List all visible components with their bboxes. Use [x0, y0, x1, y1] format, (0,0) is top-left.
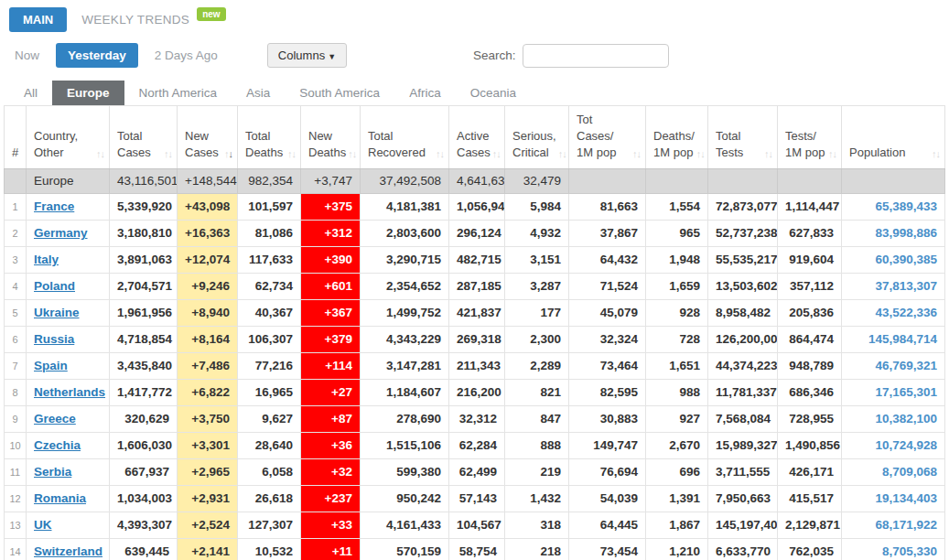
- country-link[interactable]: Czechia: [34, 438, 81, 452]
- country-link[interactable]: France: [34, 199, 74, 213]
- tab-north-america[interactable]: North America: [124, 81, 232, 105]
- cell-rank: 3: [5, 246, 27, 273]
- cell-total-deaths: 101,597: [238, 193, 301, 220]
- cell-tests-per-1m: [778, 168, 842, 193]
- column-header[interactable]: Serious, Critical↑↓: [505, 106, 569, 169]
- country-link[interactable]: Netherlands: [34, 385, 105, 399]
- cell-country: Romania: [27, 485, 110, 512]
- column-header-label: New Cases: [185, 128, 219, 161]
- cell-population[interactable]: 68,171,922: [842, 512, 945, 538]
- cell-rank: 2: [5, 220, 27, 246]
- cell-country: Poland: [27, 273, 110, 299]
- cell-total-cases: 5,339,920: [110, 193, 178, 220]
- cell-rank: 12: [5, 485, 27, 512]
- cell-serious-critical: 821: [505, 379, 569, 405]
- country-link[interactable]: Spain: [34, 359, 68, 372]
- column-header[interactable]: New Cases↑↓: [178, 106, 238, 169]
- cell-total-deaths: 40,367: [238, 299, 301, 326]
- cell-population[interactable]: 145,984,714: [842, 326, 945, 352]
- column-header[interactable]: Active Cases↑↓: [449, 106, 505, 169]
- cell-population[interactable]: 10,382,100: [842, 405, 945, 432]
- country-link[interactable]: Greece: [34, 412, 76, 425]
- table-row: 5Ukraine1,961,956+8,94040,367+3671,499,7…: [5, 299, 945, 326]
- weekly-trends-tab[interactable]: WEEKLY TRENDS: [81, 13, 189, 27]
- country-link[interactable]: Romania: [34, 491, 86, 505]
- cell-population[interactable]: 8,709,068: [842, 458, 945, 485]
- cell-tests-per-1m: 762,035: [778, 538, 842, 560]
- country-link[interactable]: Germany: [34, 226, 88, 240]
- sort-icon: ↑↓: [762, 147, 772, 161]
- column-header[interactable]: Tot Cases/ 1M pop↑↓: [569, 106, 646, 169]
- country-link[interactable]: UK: [34, 518, 52, 532]
- cell-total-tests: 3,711,555: [708, 458, 778, 485]
- columns-dropdown-button[interactable]: Columns▼: [267, 43, 347, 68]
- cell-total-tests: 126,200,000: [708, 326, 778, 352]
- sort-icon: ↑↓: [434, 147, 444, 161]
- column-header[interactable]: Deaths/ 1M pop↑↓: [646, 106, 708, 169]
- table-row: 7Spain3,435,840+7,48677,216+1143,147,281…: [5, 352, 945, 379]
- country-link[interactable]: Switzerland: [34, 544, 102, 558]
- tab-oceania[interactable]: Oceania: [456, 81, 531, 105]
- main-tab-button[interactable]: MAIN: [9, 7, 67, 32]
- table-row: 10Czechia1,606,030+3,30128,640+361,515,1…: [5, 432, 945, 458]
- two-days-ago-button[interactable]: 2 Days Ago: [149, 43, 223, 68]
- country-link[interactable]: Russia: [34, 332, 74, 346]
- cell-population[interactable]: 19,134,403: [842, 485, 945, 512]
- column-header[interactable]: Population↑↓: [842, 106, 945, 169]
- cell-population[interactable]: 10,724,928: [842, 432, 945, 458]
- cell-deaths-per-1m: 1,554: [646, 193, 708, 220]
- cell-new-cases: +6,822: [178, 379, 238, 405]
- cell-country: Italy: [27, 246, 110, 273]
- sort-icon: ↑↓: [222, 147, 232, 161]
- cell-cases-per-1m: 149,747: [569, 432, 646, 458]
- cell-cases-per-1m: 73,454: [569, 538, 646, 560]
- cell-total-tests: 55,535,217: [708, 246, 778, 273]
- cell-active-cases: 296,124: [449, 220, 505, 246]
- cell-population: [842, 168, 945, 193]
- country-link[interactable]: Poland: [34, 279, 75, 293]
- cell-population[interactable]: 60,390,385: [842, 246, 945, 273]
- tab-europe[interactable]: Europe: [52, 81, 124, 105]
- now-button[interactable]: Now: [9, 43, 45, 68]
- cell-rank: 14: [5, 538, 27, 560]
- cell-population[interactable]: 65,389,433: [842, 193, 945, 220]
- cell-rank: 10: [5, 432, 27, 458]
- sort-icon: ↑↓: [286, 147, 296, 161]
- tab-all[interactable]: All: [9, 81, 52, 105]
- yesterday-button[interactable]: Yesterday: [56, 43, 138, 68]
- tab-asia[interactable]: Asia: [232, 81, 285, 105]
- column-header[interactable]: New Deaths↑↓: [301, 106, 361, 169]
- search-input[interactable]: [523, 44, 669, 68]
- cell-total-deaths: 982,354: [238, 168, 301, 193]
- search-group: Search:: [473, 44, 669, 68]
- column-header[interactable]: Tests/ 1M pop↑↓: [778, 106, 842, 169]
- tab-africa[interactable]: Africa: [394, 81, 456, 105]
- cell-population[interactable]: 37,813,307: [842, 273, 945, 299]
- cell-total-tests: 6,633,770: [708, 538, 778, 560]
- column-header[interactable]: Total Cases↑↓: [110, 106, 178, 169]
- continent-totals-row: Europe43,116,501+148,544982,354+3,74737,…: [5, 168, 945, 193]
- caret-down-icon: ▼: [328, 52, 336, 61]
- cell-total-deaths: 62,734: [238, 273, 301, 299]
- country-link[interactable]: Serbia: [34, 465, 71, 479]
- cell-deaths-per-1m: 1,391: [646, 485, 708, 512]
- cell-population[interactable]: 8,705,330: [842, 538, 945, 560]
- country-link[interactable]: Italy: [34, 253, 59, 266]
- tab-south-america[interactable]: South America: [285, 81, 394, 105]
- cell-serious-critical: 847: [505, 405, 569, 432]
- cell-population[interactable]: 17,165,301: [842, 379, 945, 405]
- column-header[interactable]: Total Deaths↑↓: [238, 106, 301, 169]
- cell-total-recovered: 4,181,381: [361, 193, 449, 220]
- column-header[interactable]: Total Recovered↑↓: [361, 106, 449, 169]
- country-link[interactable]: Ukraine: [34, 306, 80, 319]
- cell-total-tests: 11,781,337: [708, 379, 778, 405]
- column-header[interactable]: Country, Other↑↓: [27, 106, 110, 169]
- cell-tests-per-1m: 1,490,856: [778, 432, 842, 458]
- cell-rank: 5: [5, 299, 27, 326]
- cell-total-cases: 3,180,810: [110, 220, 178, 246]
- cell-total-recovered: 4,343,229: [361, 326, 449, 352]
- cell-population[interactable]: 83,998,886: [842, 220, 945, 246]
- cell-population[interactable]: 43,522,336: [842, 299, 945, 326]
- cell-population[interactable]: 46,769,321: [842, 352, 945, 379]
- column-header[interactable]: Total Tests↑↓: [708, 106, 778, 169]
